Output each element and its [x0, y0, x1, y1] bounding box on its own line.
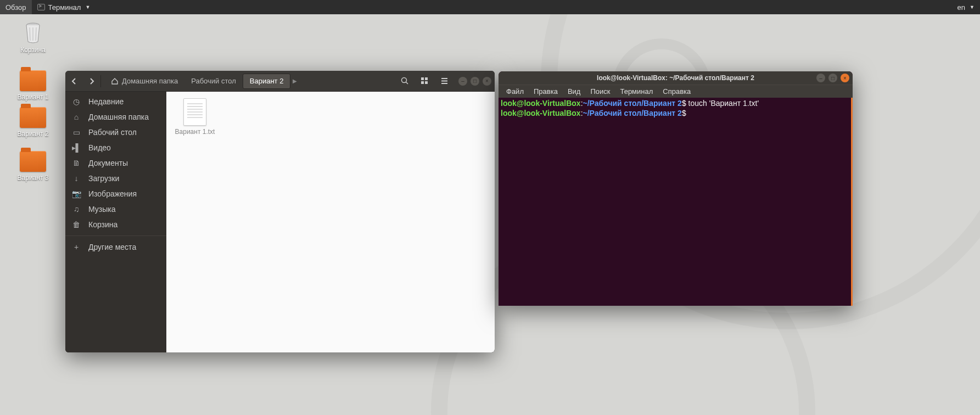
files-sidebar: ◷Недавние ⌂Домашняя папка ▭Рабочий стол … [65, 92, 166, 352]
home-icon [111, 77, 119, 85]
sidebar-item-trash[interactable]: 🗑Корзина [65, 217, 166, 232]
desktop-icon-label: Вариант 2 [8, 130, 58, 138]
home-icon: ⌂ [72, 113, 81, 121]
terminal-body[interactable]: look@look-VirtualBox:~/Рабочий стол/Вари… [499, 98, 853, 306]
minimize-button[interactable]: – [816, 74, 825, 82]
terminal-window: look@look-VirtualBox: ~/Рабочий стол/Вар… [499, 71, 853, 306]
trash-icon: 🗑 [72, 220, 81, 229]
nav-forward-button[interactable] [83, 71, 100, 91]
folder-icon [20, 70, 46, 91]
breadcrumb: Домашняя папка Рабочий стол Вариант 2 ▶ [104, 71, 299, 91]
menu-view[interactable]: Вид [563, 86, 585, 97]
sidebar-item-label: Загрузки [88, 174, 119, 183]
document-icon: 🗎 [72, 159, 81, 167]
breadcrumb-item[interactable]: Рабочий стол [184, 74, 243, 89]
desktop-icon-trash[interactable]: Корзина [8, 22, 58, 54]
menu-terminal[interactable]: Терминал [615, 86, 657, 97]
terminal-line: look@look-VirtualBox:~/Рабочий стол/Вари… [501, 109, 849, 119]
folder-icon [20, 151, 46, 172]
overview-button[interactable]: Обзор [0, 0, 32, 14]
sidebar-item-pictures[interactable]: 📷Изображения [65, 186, 166, 201]
desktop-icon-folder-1[interactable]: Вариант 1 [8, 70, 58, 101]
files-content[interactable]: Вариант 1.txt [166, 92, 495, 352]
svg-rect-6 [421, 77, 424, 80]
breadcrumb-label: Рабочий стол [191, 77, 236, 85]
desktop-icon-label: Вариант 1 [8, 93, 58, 101]
file-item[interactable]: Вариант 1.txt [173, 98, 217, 136]
sidebar-item-desktop[interactable]: ▭Рабочий стол [65, 125, 166, 140]
maximize-button[interactable]: □ [471, 77, 479, 86]
chevron-right-icon: ▶ [290, 78, 299, 84]
divider [65, 235, 166, 236]
sidebar-item-home[interactable]: ⌂Домашняя папка [65, 109, 166, 125]
sidebar-item-label: Видео [88, 143, 111, 152]
top-panel: Обзор Терминал ▼ en ▼ [0, 0, 980, 14]
camera-icon: 📷 [72, 189, 81, 198]
sidebar-item-label: Другие места [88, 243, 136, 251]
terminal-menubar: Файл Правка Вид Поиск Терминал Справка [499, 85, 853, 98]
sidebar-item-label: Недавние [88, 97, 124, 106]
divider [100, 75, 101, 87]
sidebar-item-label: Документы [88, 159, 128, 167]
app-label: Терминал [48, 3, 81, 12]
sidebar-item-label: Корзина [88, 220, 117, 229]
svg-rect-7 [425, 77, 428, 80]
terminal-app-button[interactable]: Терминал ▼ [32, 0, 96, 14]
breadcrumb-home[interactable]: Домашняя папка [104, 74, 184, 89]
sidebar-item-label: Домашняя папка [88, 113, 149, 121]
menu-edit[interactable]: Правка [529, 86, 562, 97]
sidebar-item-other-places[interactable]: +Другие места [65, 239, 166, 255]
maximize-button[interactable]: □ [828, 74, 837, 82]
sidebar-item-label: Рабочий стол [88, 128, 137, 137]
clock-icon: ◷ [72, 97, 81, 106]
language-label: en [957, 3, 965, 12]
music-icon: ♫ [72, 205, 81, 214]
view-toggle-button[interactable] [415, 74, 434, 89]
terminal-title: look@look-VirtualBox: ~/Рабочий стол/Вар… [499, 74, 853, 82]
language-indicator[interactable]: en ▼ [952, 0, 980, 14]
sidebar-item-recent[interactable]: ◷Недавние [65, 94, 166, 109]
folder-icon [20, 107, 46, 128]
breadcrumb-item-current[interactable]: Вариант 2 [243, 74, 291, 89]
desktop-icon-folder-3[interactable]: Вариант 3 [8, 151, 58, 182]
menu-file[interactable]: Файл [502, 86, 528, 97]
sidebar-item-music[interactable]: ♫Музыка [65, 201, 166, 217]
sidebar-item-videos[interactable]: ▸▌Видео [65, 140, 166, 155]
search-button[interactable] [395, 74, 415, 89]
chevron-down-icon: ▼ [970, 4, 975, 10]
sidebar-item-documents[interactable]: 🗎Документы [65, 155, 166, 171]
close-button[interactable]: × [483, 77, 491, 86]
files-window: Домашняя папка Рабочий стол Вариант 2 ▶ [65, 71, 495, 352]
terminal-line: look@look-VirtualBox:~/Рабочий стол/Вари… [501, 99, 849, 109]
window-controls: – □ × [816, 74, 849, 82]
close-button[interactable]: × [841, 74, 849, 82]
menu-help[interactable]: Справка [658, 86, 695, 97]
file-label: Вариант 1.txt [173, 128, 217, 136]
menu-search[interactable]: Поиск [586, 86, 614, 97]
breadcrumb-label: Домашняя папка [122, 77, 178, 85]
overview-label: Обзор [5, 3, 26, 12]
sidebar-item-label: Изображения [88, 189, 137, 198]
window-controls: – □ × [458, 77, 491, 86]
desktop-icon-folder-2[interactable]: Вариант 2 [8, 107, 58, 138]
svg-point-4 [401, 78, 406, 83]
svg-rect-9 [425, 81, 428, 84]
terminal-titlebar[interactable]: look@look-VirtualBox: ~/Рабочий стол/Вар… [499, 71, 853, 85]
plus-icon: + [72, 243, 81, 251]
menu-button[interactable] [434, 74, 454, 89]
trash-icon [23, 22, 43, 44]
svg-rect-8 [421, 81, 424, 84]
desktop-icon-label: Вариант 3 [8, 174, 58, 182]
nav-back-button[interactable] [65, 71, 83, 91]
video-icon: ▸▌ [72, 143, 81, 152]
sidebar-item-label: Музыка [88, 205, 116, 214]
files-titlebar: Домашняя папка Рабочий стол Вариант 2 ▶ [65, 71, 495, 92]
desktop-icon-label: Корзина [8, 46, 58, 54]
terminal-icon [37, 4, 45, 10]
svg-line-5 [406, 82, 408, 85]
desktop-icon: ▭ [72, 128, 81, 137]
download-icon: ↓ [72, 174, 81, 183]
sidebar-item-downloads[interactable]: ↓Загрузки [65, 171, 166, 186]
minimize-button[interactable]: – [458, 77, 467, 86]
chevron-down-icon: ▼ [85, 4, 90, 10]
